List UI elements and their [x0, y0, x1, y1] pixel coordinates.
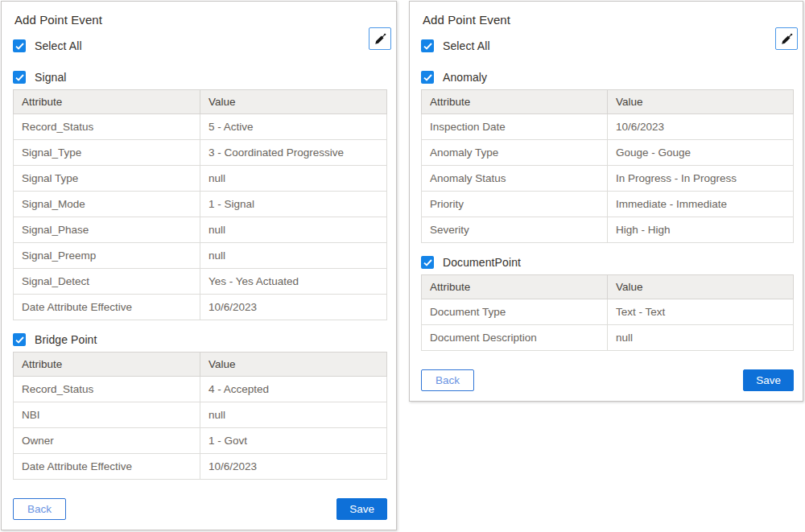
- value-cell: 3 - Coordinated Progressive: [200, 140, 387, 166]
- save-button[interactable]: Save: [336, 498, 387, 520]
- column-header-value: Value: [200, 353, 387, 377]
- select-all-label: Select All: [443, 39, 490, 52]
- attribute-cell: Document Description: [422, 325, 608, 351]
- table-row: SeverityHigh - High: [422, 217, 794, 243]
- attribute-cell: Signal Type: [14, 166, 200, 192]
- value-cell: 1 - Signal: [200, 192, 387, 217]
- table-row: Document Descriptionnull: [422, 325, 794, 351]
- add-point-event-panel-left: Add Point Event Select All Signal Attrib…: [1, 1, 397, 530]
- panel-footer: Back Save: [13, 498, 387, 520]
- table-row: NBInull: [14, 402, 387, 428]
- section-signal: Signal Attribute Value Record_Status5 - …: [13, 70, 387, 320]
- table-row: Signal_Preempnull: [14, 243, 387, 269]
- value-cell: High - High: [608, 217, 794, 243]
- page-title: Add Point Event: [14, 13, 387, 27]
- attribute-cell: Record_Status: [14, 114, 200, 140]
- attribute-table-anomaly: Attribute Value Inspection Date10/6/2023…: [421, 89, 794, 243]
- attribute-cell: Signal_Preemp: [14, 243, 200, 269]
- attribute-cell: Date Attribute Effective: [14, 454, 200, 480]
- section-label: Bridge Point: [35, 333, 97, 346]
- attribute-cell: Anomaly Status: [422, 166, 608, 192]
- check-icon: [423, 74, 432, 81]
- value-cell: 10/6/2023: [200, 454, 387, 480]
- value-cell: Yes - Yes Actuated: [200, 269, 387, 295]
- value-cell: 4 - Accepted: [200, 377, 387, 402]
- back-button[interactable]: Back: [421, 369, 474, 391]
- check-icon: [15, 336, 24, 344]
- value-cell: Immediate - Immediate: [608, 192, 794, 217]
- section-anomaly: Anomaly Attribute Value Inspection Date1…: [421, 70, 794, 243]
- attribute-cell: NBI: [14, 402, 200, 428]
- column-header-value: Value: [608, 90, 794, 114]
- value-cell: In Progress - In Progress: [608, 166, 794, 192]
- attribute-cell: Priority: [422, 192, 608, 217]
- check-icon: [15, 74, 24, 81]
- value-cell: 5 - Active: [200, 114, 387, 140]
- column-header-value: Value: [608, 275, 794, 299]
- eyedropper-button[interactable]: [369, 27, 391, 50]
- value-cell: null: [200, 166, 387, 192]
- attribute-cell: Record_Status: [14, 377, 200, 402]
- table-row: Document TypeText - Text: [422, 299, 794, 325]
- value-cell: null: [200, 243, 387, 269]
- column-header-attribute: Attribute: [14, 90, 200, 114]
- bridge-point-checkbox[interactable]: [13, 333, 26, 346]
- back-button[interactable]: Back: [13, 498, 66, 520]
- value-cell: Text - Text: [608, 299, 794, 325]
- section-label: Anomaly: [443, 71, 487, 84]
- select-all-row: Select All: [13, 39, 387, 53]
- attribute-cell: Signal_Type: [14, 140, 200, 166]
- table-row: Date Attribute Effective10/6/2023: [14, 454, 387, 480]
- section-document-point: DocumentPoint Attribute Value Document T…: [421, 255, 794, 351]
- column-header-value: Value: [200, 90, 387, 114]
- table-row: Signal_DetectYes - Yes Actuated: [14, 269, 387, 295]
- attribute-cell: Inspection Date: [422, 114, 608, 140]
- select-all-label: Select All: [35, 39, 82, 52]
- table-row: Anomaly StatusIn Progress - In Progress: [422, 166, 794, 192]
- select-all-checkbox[interactable]: [421, 39, 434, 52]
- value-cell: 10/6/2023: [608, 114, 794, 140]
- page-title: Add Point Event: [423, 13, 794, 27]
- eyedropper-button[interactable]: [775, 27, 798, 50]
- anomaly-checkbox[interactable]: [421, 71, 434, 84]
- select-all-row: Select All: [421, 39, 794, 53]
- table-row: PriorityImmediate - Immediate: [422, 192, 794, 217]
- column-header-attribute: Attribute: [422, 275, 608, 299]
- attribute-cell: Anomaly Type: [422, 140, 608, 166]
- section-label: Signal: [35, 71, 67, 84]
- table-row: Owner1 - Govt: [14, 428, 387, 454]
- table-row: Inspection Date10/6/2023: [422, 114, 794, 140]
- attribute-table-signal: Attribute Value Record_Status5 - ActiveS…: [13, 89, 387, 320]
- value-cell: null: [608, 325, 794, 351]
- value-cell: 1 - Govt: [200, 428, 387, 454]
- table-row: Record_Status5 - Active: [14, 114, 387, 140]
- save-button[interactable]: Save: [743, 369, 794, 391]
- attribute-table-bridge-point: Attribute Value Record_Status4 - Accepte…: [13, 352, 387, 480]
- panel-footer: Back Save: [421, 369, 794, 391]
- check-icon: [423, 259, 432, 266]
- attribute-cell: Date Attribute Effective: [14, 295, 200, 320]
- attribute-table-document-point: Attribute Value Document TypeText - Text…: [421, 274, 794, 351]
- table-row: Date Attribute Effective10/6/2023: [14, 295, 387, 320]
- attribute-cell: Owner: [14, 428, 200, 454]
- value-cell: Gouge - Gouge: [608, 140, 794, 166]
- table-row: Signal Typenull: [14, 166, 387, 192]
- section-label: DocumentPoint: [443, 256, 521, 269]
- signal-checkbox[interactable]: [13, 71, 26, 84]
- document-point-checkbox[interactable]: [421, 256, 434, 269]
- attribute-cell: Severity: [422, 217, 608, 243]
- attribute-cell: Signal_Detect: [14, 269, 200, 295]
- check-icon: [423, 43, 432, 50]
- section-bridge-point: Bridge Point Attribute Value Record_Stat…: [13, 332, 387, 480]
- table-row: Signal_Mode1 - Signal: [14, 192, 387, 217]
- table-row: Anomaly TypeGouge - Gouge: [422, 140, 794, 166]
- column-header-attribute: Attribute: [422, 90, 608, 114]
- select-all-checkbox[interactable]: [13, 39, 26, 52]
- value-cell: null: [200, 402, 387, 428]
- value-cell: null: [200, 217, 387, 243]
- value-cell: 10/6/2023: [200, 295, 387, 320]
- eyedropper-icon: [374, 32, 387, 46]
- column-header-attribute: Attribute: [14, 353, 200, 377]
- add-point-event-panel-right: Add Point Event Select All Anomaly Attri…: [409, 1, 803, 402]
- check-icon: [15, 43, 24, 50]
